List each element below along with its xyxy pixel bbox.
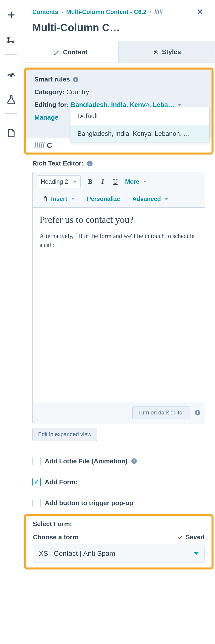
breadcrumb: Contents › Multi-Column Content - C6.2 ›… <box>22 0 215 19</box>
advanced-button-label: Advanced <box>132 196 161 202</box>
rte-footer: Turn on dark editor i <box>33 402 205 423</box>
chevron-down-icon <box>71 198 75 200</box>
manage-link[interactable]: Manage <box>34 114 58 121</box>
lottie-checkbox[interactable] <box>32 457 41 465</box>
popup-checkbox[interactable] <box>32 499 41 507</box>
page-title: Multi-Column C… <box>22 19 215 41</box>
check-icon <box>178 534 183 540</box>
dark-editor-button[interactable]: Turn on dark editor <box>132 406 190 419</box>
flask-icon[interactable] <box>6 94 16 106</box>
add-form-checkbox[interactable] <box>32 478 41 486</box>
breadcrumb-module[interactable]: Multi-Column Content - C6.2 <box>66 8 147 16</box>
rail-divider <box>5 114 17 114</box>
pencil-icon <box>53 49 60 56</box>
tabs: Content Styles <box>22 41 215 63</box>
panel-body: Rich Text Editor: i Heading 2 B I U Mor <box>22 160 215 574</box>
form-select-value: XS | Contact | Anti Spam <box>39 550 115 558</box>
close-icon[interactable]: ✕ <box>197 8 205 16</box>
file-icon[interactable] <box>6 128 16 139</box>
rich-text-editor: Heading 2 B I U More <box>32 172 205 424</box>
rte-toolbar: Heading 2 B I U More <box>33 172 205 208</box>
info-icon[interactable]: i <box>131 458 137 464</box>
advanced-button[interactable]: Advanced <box>132 196 169 202</box>
tab-content[interactable]: Content <box>22 41 118 62</box>
chevron-down-icon[interactable] <box>178 104 181 106</box>
rte-paragraph-text: Alternatively, fill in the form and we'l… <box>39 232 198 250</box>
choose-form-label: Choose a form <box>33 533 78 541</box>
heading-select-value: Heading 2 <box>41 178 68 185</box>
content-heading-slashes: ///// <box>34 141 45 149</box>
editing-for-label: Editing for: <box>34 101 69 109</box>
svg-point-8 <box>154 50 155 52</box>
category-label: Category: <box>34 88 64 96</box>
popup-label: Add button to trigger pop-up <box>45 499 133 507</box>
category-value: Country <box>66 88 89 96</box>
rail-divider <box>5 54 17 54</box>
main-panel: Contents › Multi-Column Content - C6.2 ›… <box>22 0 215 574</box>
heading-select[interactable]: Heading 2 <box>36 176 81 188</box>
saved-indicator: Saved <box>178 533 205 541</box>
lottie-label: Add Lottie File (Animation) <box>45 457 127 465</box>
select-form-title: Select Form: <box>33 520 205 528</box>
rte-content-area[interactable]: Prefer us to contact you? Alternatively,… <box>33 208 205 402</box>
more-button[interactable]: More <box>125 178 147 185</box>
content-heading-text: C <box>47 141 52 149</box>
svg-rect-2 <box>7 37 9 39</box>
popup-checkbox-row: Add button to trigger pop-up <box>22 486 215 507</box>
more-button-label: More <box>125 178 139 185</box>
svg-rect-3 <box>12 41 14 43</box>
svg-point-6 <box>10 75 12 76</box>
smart-rules-highlight: Smart rules i Category: Country Editing … <box>24 68 214 154</box>
italic-button[interactable]: I <box>100 177 106 186</box>
gauge-icon[interactable] <box>6 69 16 80</box>
add-form-checkbox-row: Add Form: <box>22 465 215 486</box>
select-form-highlight: Select Form: Choose a form Saved XS | Co… <box>24 514 214 570</box>
chevron-down-icon <box>143 181 147 183</box>
insert-button[interactable]: Insert <box>51 196 75 202</box>
info-icon[interactable]: i <box>73 77 78 82</box>
editing-for-dropdown: Default Bangladesh, India, Kenya, Lebano… <box>70 107 210 143</box>
personalize-button[interactable]: Personalize <box>87 196 120 202</box>
expanded-view-button[interactable]: Edit in expanded view <box>32 428 97 441</box>
styles-icon <box>153 49 159 55</box>
info-icon[interactable]: i <box>87 161 93 166</box>
add-form-label: Add Form: <box>45 478 77 486</box>
smart-rules-heading: Smart rules <box>34 76 70 83</box>
rte-label: Rich Text Editor: <box>32 160 84 167</box>
breadcrumb-current: ///// <box>155 8 163 16</box>
chevron-right-icon: › <box>150 8 152 16</box>
chevron-down-icon <box>73 181 76 183</box>
clip-icon[interactable] <box>42 196 48 202</box>
lottie-checkbox-row: Add Lottie File (Animation) i <box>22 449 215 465</box>
insert-button-label: Insert <box>51 196 67 202</box>
tree-icon[interactable] <box>6 36 16 46</box>
tab-styles-label: Styles <box>162 48 181 56</box>
form-select[interactable]: XS | Contact | Anti Spam <box>33 544 205 562</box>
chevron-down-icon <box>165 198 168 200</box>
rte-heading-text: Prefer us to contact you? <box>39 214 198 225</box>
svg-point-7 <box>156 50 157 52</box>
bold-button[interactable]: B <box>87 177 94 186</box>
breadcrumb-root[interactable]: Contents <box>32 8 58 16</box>
tab-styles[interactable]: Styles <box>118 41 215 62</box>
dropdown-item-countries[interactable]: Bangladesh, India, Kenya, Lebanon, … <box>70 125 209 142</box>
info-icon[interactable]: i <box>195 410 200 416</box>
chevron-right-icon: › <box>61 8 63 16</box>
underline-button[interactable]: U <box>111 177 119 186</box>
saved-label: Saved <box>185 533 205 541</box>
chevron-down-icon <box>194 552 199 555</box>
add-icon[interactable] <box>6 10 16 21</box>
tab-content-label: Content <box>63 48 87 56</box>
left-rail <box>0 0 22 574</box>
smart-rules-panel: Smart rules i Category: Country Editing … <box>26 70 212 138</box>
dropdown-item-default[interactable]: Default <box>70 107 209 125</box>
